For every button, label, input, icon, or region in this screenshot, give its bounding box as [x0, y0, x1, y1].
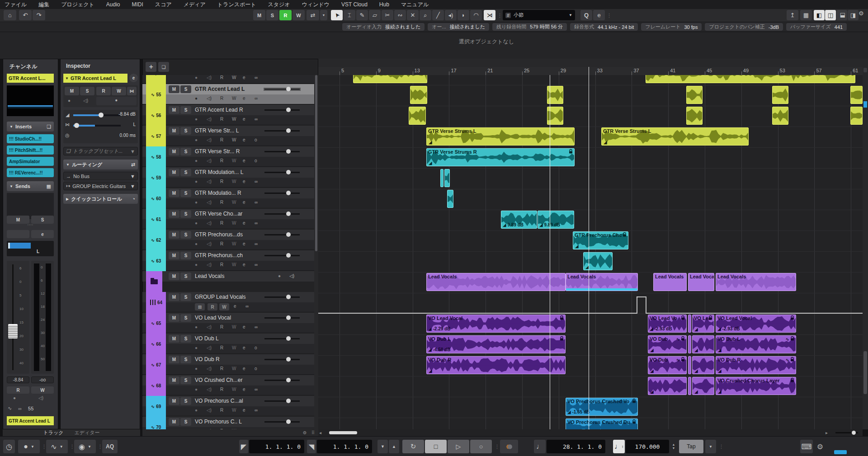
- inspector-track-title[interactable]: ▼GTR Accent Lead L: [63, 74, 127, 83]
- redo-icon[interactable]: ↷: [33, 10, 45, 20]
- channel-record-icon[interactable]: ●: [13, 395, 16, 400]
- quick-controls-header[interactable]: ▶クイックコントロール ◔: [63, 194, 138, 204]
- track-solo-button[interactable]: S: [180, 106, 191, 114]
- track-read-button[interactable]: R: [220, 200, 223, 205]
- track-volume-slider[interactable]: [264, 380, 300, 381]
- track-volume-slider[interactable]: [264, 296, 300, 298]
- track-link-icon[interactable]: o: [255, 137, 257, 142]
- track-row[interactable]: ⊠RWe∞64MSGROUP Lead Vocals: [142, 292, 314, 313]
- right-locator-display[interactable]: 1. 1. 1. 0: [317, 440, 372, 453]
- track-link-icon[interactable]: ∞: [255, 75, 258, 80]
- track-link-icon[interactable]: ∞: [255, 221, 258, 226]
- track-edit-button[interactable]: e: [243, 324, 245, 329]
- track-row[interactable]: ●◁)RWe∞∿63MSGTR Prechorus...ch: [142, 250, 314, 271]
- range-selection-tool-icon[interactable]: ⌶: [344, 10, 355, 20]
- audio-event[interactable]: ◢: [692, 335, 714, 353]
- snap-icon[interactable]: ⋊: [484, 10, 495, 20]
- track-edit-button[interactable]: e: [243, 96, 245, 101]
- track-edit-button[interactable]: e: [243, 262, 245, 267]
- track-volume-slider[interactable]: [264, 89, 300, 90]
- track-monitor-icon[interactable]: ◁): [207, 387, 212, 392]
- track-mute-button[interactable]: M: [169, 293, 179, 301]
- track-name[interactable]: Lead Vocals: [195, 273, 224, 279]
- track-name[interactable]: GTR Modulation... L: [195, 169, 243, 175]
- track-edit-button[interactable]: e: [243, 345, 245, 350]
- track-solo-button[interactable]: S: [180, 418, 191, 426]
- insert-slot[interactable]: !!! REVerenc...!!: [7, 168, 54, 177]
- audio-event[interactable]: ◢ 9.89 dB: [538, 211, 574, 229]
- pan-slider[interactable]: [73, 125, 121, 127]
- right-zone-toggle-icon[interactable]: ◨: [848, 10, 859, 20]
- track-read-button[interactable]: R: [220, 262, 223, 267]
- track-solo-button[interactable]: S: [180, 356, 191, 363]
- comp-tool-icon[interactable]: ◠: [470, 10, 482, 20]
- track-mute-button[interactable]: M: [169, 148, 179, 155]
- folder-part[interactable]: Lead Vocals: [566, 273, 638, 291]
- track-read-button[interactable]: R: [220, 117, 223, 122]
- menu-3[interactable]: Audio: [106, 1, 120, 8]
- split-tool-icon[interactable]: ✂: [382, 10, 393, 20]
- inspector-autofade-icon[interactable]: ⋈: [127, 87, 137, 95]
- track-row[interactable]: ●◁)RWeo∿58MSGTR Verse Str... R: [142, 146, 314, 167]
- audio-event[interactable]: GTR Verse Strums R◢: [426, 148, 575, 166]
- track-solo-button[interactable]: S: [180, 376, 191, 384]
- track-mute-button[interactable]: M: [169, 335, 179, 343]
- audio-event[interactable]: GTR Verse Strums L◢: [426, 127, 575, 146]
- track-row[interactable]: ●◁)RWe∞∿56MSGTR Accent Lead R: [142, 105, 314, 126]
- track-edit-button[interactable]: e: [243, 137, 245, 142]
- track-volume-slider[interactable]: [264, 400, 300, 402]
- track-link-icon[interactable]: ∞: [255, 324, 258, 329]
- track-write-button[interactable]: W: [232, 241, 236, 246]
- track-write-button[interactable]: W: [232, 179, 236, 184]
- left-locator-display[interactable]: 1. 1. 1. 0: [249, 440, 304, 453]
- channel-monitor-icon[interactable]: ◁): [38, 395, 43, 400]
- track-monitor-icon[interactable]: ◁): [207, 200, 212, 205]
- track-read-button[interactable]: R: [220, 324, 223, 329]
- volume-slider[interactable]: [73, 114, 121, 116]
- track-edit-button[interactable]: e: [243, 75, 245, 80]
- menu-7[interactable]: トランスポート: [217, 1, 256, 9]
- track-read-button[interactable]: R: [208, 303, 217, 310]
- audio-event[interactable]: GTR Verse Strums L◢: [601, 127, 749, 146]
- punch-in-icon[interactable]: ▼: [377, 440, 388, 453]
- channel-mute-button[interactable]: M: [7, 216, 29, 224]
- quantize-e-button[interactable]: e: [593, 10, 605, 20]
- mute-tool-icon[interactable]: ✕: [407, 10, 419, 20]
- track-record-icon[interactable]: ●: [195, 366, 198, 371]
- track-monitor-icon[interactable]: ◁): [207, 96, 212, 101]
- audio-event[interactable]: [772, 107, 788, 125]
- channel-pan-display[interactable]: L: [7, 241, 54, 256]
- audio-event[interactable]: [353, 75, 427, 83]
- audio-event[interactable]: VO Dub L◢ -4.58 dB: [426, 335, 566, 353]
- color-tool-icon[interactable]: ◗: [458, 10, 469, 20]
- track-volume-slider[interactable]: [264, 109, 300, 111]
- menu-2[interactable]: プロジェクト: [61, 1, 94, 9]
- toolbar-w-button[interactable]: W: [292, 10, 305, 20]
- track-read-button[interactable]: R: [220, 408, 223, 413]
- track-row[interactable]: ●◁)RWe∞∿65MSVO Lead Vocal: [142, 313, 314, 334]
- audio-event[interactable]: [688, 315, 691, 333]
- audio-event[interactable]: ◢: [648, 377, 687, 395]
- track-edit-button[interactable]: e: [243, 241, 245, 246]
- track-preset-field[interactable]: ❏ トラックプリセット... ▼: [63, 147, 138, 155]
- menu-10[interactable]: VST Cloud: [341, 1, 368, 8]
- menu-0[interactable]: ファイル: [5, 1, 27, 9]
- track-name[interactable]: GTR Modulatio... R: [195, 190, 241, 196]
- stop-button[interactable]: □: [425, 440, 447, 453]
- track-write-button[interactable]: W: [232, 387, 236, 392]
- audition-tool-icon[interactable]: ◂): [445, 10, 457, 20]
- punch-out-icon[interactable]: ▲: [389, 440, 399, 453]
- track-solo-button[interactable]: S: [180, 169, 191, 176]
- track-name[interactable]: VO Prechorus C.. L: [195, 418, 242, 425]
- track-edit-button[interactable]: e: [243, 408, 245, 413]
- autoscroll-dropdown[interactable]: ▼: [320, 10, 327, 20]
- constrain-delay-icon[interactable]: ◷: [3, 440, 15, 453]
- folder-part[interactable]: Lead Vocals: [426, 273, 566, 291]
- inspector-read-button[interactable]: R: [96, 87, 111, 95]
- time-format-icon[interactable]: ♩: [534, 440, 546, 453]
- tracklist-settings-icon[interactable]: ⚙: [303, 430, 307, 435]
- tempo-spinner[interactable]: ▲▼: [670, 440, 677, 453]
- autoscroll-icon[interactable]: ⇄: [307, 10, 319, 20]
- audio-event[interactable]: ◢: [692, 377, 714, 395]
- track-read-button[interactable]: R: [220, 158, 223, 163]
